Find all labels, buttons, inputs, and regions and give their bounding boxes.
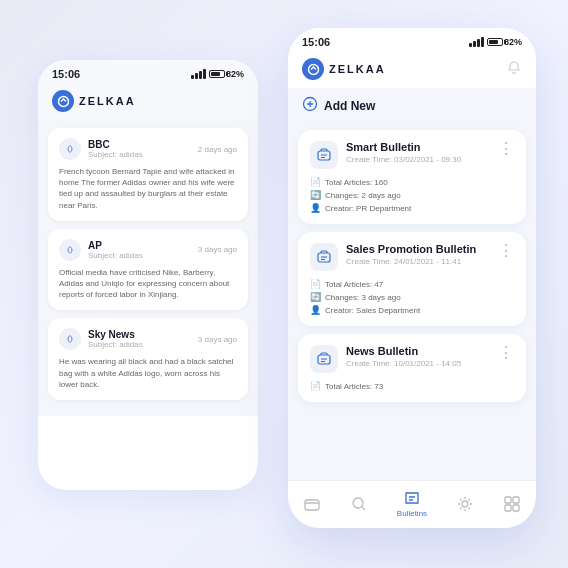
add-new-bar[interactable]: Add New xyxy=(288,88,536,124)
bulletin-sales-more[interactable]: ⋮ xyxy=(498,243,514,259)
bg-news-list: BBC Subject: adidas 2 days ago French ty… xyxy=(38,120,258,416)
bottom-nav: Bulletins xyxy=(288,480,536,528)
changes-icon-1: 🔄 xyxy=(310,292,320,302)
settings-icon xyxy=(456,495,474,513)
bulletins-icon xyxy=(403,489,421,507)
bulletin-news-header: News Bulletin Create Time: 10/01/2021 - … xyxy=(310,345,514,373)
news-card-skynews-header: Sky News Subject: adidas 3 days ago xyxy=(59,328,237,350)
bell-icon[interactable] xyxy=(506,60,522,79)
articles-icon-2: 📄 xyxy=(310,381,320,391)
bulletin-smart-icon xyxy=(310,141,338,169)
meta-changes-1: 🔄 Changes: 3 days ago xyxy=(310,292,514,302)
creator-icon-1: 👤 xyxy=(310,305,320,315)
bulletin-card-news: News Bulletin Create Time: 10/01/2021 - … xyxy=(298,334,526,402)
meta-articles-0: 📄 Total Articles: 160 xyxy=(310,177,514,187)
bulletin-news-time: Create Time: 10/01/2021 - 14:05 xyxy=(346,359,461,368)
svg-point-20 xyxy=(462,501,468,507)
svg-rect-22 xyxy=(513,497,519,503)
news-card-bbc: BBC Subject: adidas 2 days ago French ty… xyxy=(48,128,248,221)
bg-time: 15:06 xyxy=(52,68,80,80)
svg-rect-24 xyxy=(513,505,519,511)
news-card-skynews: Sky News Subject: adidas 3 days ago He w… xyxy=(48,318,248,400)
fg-header: ZELKAA xyxy=(288,52,536,88)
bg-logo-circle xyxy=(52,90,74,112)
meta-creator-0: 👤 Creator: PR Department xyxy=(310,203,514,213)
nav-item-bulletins[interactable]: Bulletins xyxy=(397,489,427,518)
home-icon xyxy=(303,495,321,513)
skynews-name: Sky News xyxy=(88,329,143,340)
skynews-body: He was wearing all black and had a black… xyxy=(59,356,237,390)
bbc-body: French tycoon Bernard Tapie and wife att… xyxy=(59,166,237,211)
bulletin-sales-time: Create Time: 24/01/2021 - 11:41 xyxy=(346,257,476,266)
add-new-label: Add New xyxy=(324,99,375,113)
bbc-name: BBC xyxy=(88,139,143,150)
nav-item-settings[interactable] xyxy=(456,495,474,513)
bg-signal xyxy=(191,69,206,79)
bulletins-list: Smart Bulletin Create Time: 03/02/2021 -… xyxy=(288,124,536,416)
bg-logo: ZELKAA xyxy=(52,90,136,112)
bulletin-smart-meta: 📄 Total Articles: 160 🔄 Changes: 2 days … xyxy=(310,177,514,213)
nav-item-home[interactable] xyxy=(303,495,321,513)
creator-icon: 👤 xyxy=(310,203,320,213)
articles-icon-1: 📄 xyxy=(310,279,320,289)
bulletin-news-icon xyxy=(310,345,338,373)
bbc-subject: Subject: adidas xyxy=(88,150,143,159)
bg-logo-icon xyxy=(57,95,70,108)
meta-articles-1: 📄 Total Articles: 47 xyxy=(310,279,514,289)
skynews-subject: Subject: adidas xyxy=(88,340,143,349)
news-card-ap: AP Subject: adidas 3 days ago Official m… xyxy=(48,229,248,311)
bulletin-sales-title: Sales Promotion Bulletin xyxy=(346,243,476,255)
skynews-time: 3 days ago xyxy=(198,335,237,344)
bulletin-smart-info: Smart Bulletin Create Time: 03/02/2021 -… xyxy=(310,141,461,169)
bg-battery: 82% xyxy=(209,69,244,79)
svg-line-17 xyxy=(362,507,365,510)
bulletin-card-smart: Smart Bulletin Create Time: 03/02/2021 -… xyxy=(298,130,526,224)
fg-battery: 82% xyxy=(487,37,522,47)
skynews-icon xyxy=(59,328,81,350)
fg-status-bar: 15:06 82% xyxy=(288,28,536,52)
news-source-ap: AP Subject: adidas xyxy=(59,239,143,261)
bg-header: ZELKAA xyxy=(38,84,258,120)
ap-time: 3 days ago xyxy=(198,245,237,254)
fg-time: 15:06 xyxy=(302,36,330,48)
ap-name: AP xyxy=(88,240,143,251)
bulletin-smart-title: Smart Bulletin xyxy=(346,141,461,153)
bg-status-bar: 15:06 82% xyxy=(38,60,258,84)
bulletins-nav-label: Bulletins xyxy=(397,509,427,518)
ap-body: Official media have criticised Nike, Bar… xyxy=(59,267,237,301)
bg-status-icons: 82% xyxy=(191,69,244,79)
bulletin-sales-meta: 📄 Total Articles: 47 🔄 Changes: 3 days a… xyxy=(310,279,514,315)
meta-articles-2: 📄 Total Articles: 73 xyxy=(310,381,514,391)
fg-status-icons: 82% xyxy=(469,37,522,47)
fg-signal xyxy=(469,37,484,47)
fg-logo: ZELKAA xyxy=(302,58,386,80)
bbc-icon xyxy=(59,138,81,160)
fg-logo-text: ZELKAA xyxy=(329,63,386,75)
bulletin-news-title: News Bulletin xyxy=(346,345,461,357)
nav-item-grid[interactable] xyxy=(503,495,521,513)
bulletin-news-more[interactable]: ⋮ xyxy=(498,345,514,361)
grid-icon xyxy=(503,495,521,513)
bulletin-smart-header: Smart Bulletin Create Time: 03/02/2021 -… xyxy=(310,141,514,169)
bulletin-smart-time: Create Time: 03/02/2021 - 09:30 xyxy=(346,155,461,164)
foreground-phone: 15:06 82% ZELKAA xyxy=(288,28,536,528)
news-card-ap-header: AP Subject: adidas 3 days ago xyxy=(59,239,237,261)
ap-icon xyxy=(59,239,81,261)
bulletin-news-meta: 📄 Total Articles: 73 xyxy=(310,381,514,391)
meta-creator-1: 👤 Creator: Sales Department xyxy=(310,305,514,315)
news-card-bbc-header: BBC Subject: adidas 2 days ago xyxy=(59,138,237,160)
bbc-time: 2 days ago xyxy=(198,145,237,154)
add-icon xyxy=(302,96,318,116)
bulletin-sales-info: Sales Promotion Bulletin Create Time: 24… xyxy=(310,243,476,271)
nav-item-search[interactable] xyxy=(350,495,368,513)
bg-logo-text: ZELKAA xyxy=(79,95,136,107)
bulletin-smart-more[interactable]: ⋮ xyxy=(498,141,514,157)
bulletin-sales-header: Sales Promotion Bulletin Create Time: 24… xyxy=(310,243,514,271)
svg-rect-21 xyxy=(505,497,511,503)
news-source-bbc: BBC Subject: adidas xyxy=(59,138,143,160)
bulletin-card-sales: Sales Promotion Bulletin Create Time: 24… xyxy=(298,232,526,326)
meta-changes-0: 🔄 Changes: 2 days ago xyxy=(310,190,514,200)
fg-logo-icon xyxy=(307,63,320,76)
svg-point-16 xyxy=(353,498,363,508)
ap-subject: Subject: adidas xyxy=(88,251,143,260)
